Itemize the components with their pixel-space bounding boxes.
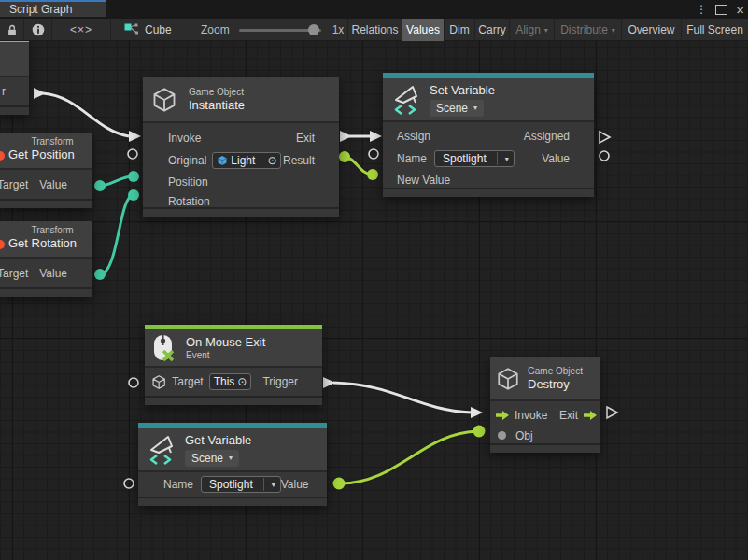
relations-button[interactable]: Relations (347, 19, 402, 41)
node-instantiate[interactable]: Game Object Instantiate Invoke Exit Orig… (143, 77, 339, 217)
close-icon[interactable]: × (736, 3, 744, 17)
flow-arrow-icon[interactable] (495, 410, 510, 421)
dropdown-arrow-icon: ▾ (612, 26, 615, 35)
node-title: Instantiate (189, 98, 245, 113)
node-footer (0, 105, 29, 115)
node-get-variable[interactable]: Get Variable Scene ▾ Name Spotlight ▾ Va… (138, 423, 327, 506)
node-destroy[interactable]: Game Object Destroy Invoke Exit Obj (490, 357, 600, 453)
node-footer (0, 199, 92, 208)
original-object-value: Light (231, 154, 255, 167)
trigger-port-label: Trigger (262, 375, 298, 388)
tab-bar: Script Graph ⋮ × (0, 0, 748, 19)
variable-scope-dropdown[interactable]: Scene ▾ (185, 450, 239, 467)
value-port-label: Value (542, 152, 570, 165)
dropdown-arrow-icon: ▾ (501, 155, 514, 163)
maximize-icon[interactable] (715, 5, 727, 15)
values-button[interactable]: Values (402, 19, 444, 41)
value-port-label: Value (39, 267, 67, 280)
node-footer (383, 188, 594, 197)
dim-button[interactable]: Dim (444, 19, 474, 41)
result-port-label: Result (283, 154, 315, 167)
zoom-label: Zoom (201, 23, 230, 36)
target-object-value: This (214, 375, 235, 388)
exit-port-label: Exit (296, 132, 315, 145)
lock-button[interactable] (0, 19, 23, 41)
node-category: Game Object (528, 366, 583, 377)
graph-canvas[interactable] (0, 0, 748, 560)
node-title: Get Position (8, 147, 75, 161)
partial-node-header (0, 42, 29, 76)
mouse-exit-icon (152, 333, 176, 363)
target-port-label: Target (0, 178, 28, 191)
carry-button[interactable]: Carry (474, 19, 509, 41)
zoom-slider-handle[interactable] (308, 24, 319, 35)
distribute-button[interactable]: Distribute ▾ (554, 19, 621, 41)
dropdown-arrow-icon: ▾ (229, 454, 233, 462)
window-menu-icon[interactable]: ⋮ (696, 4, 707, 15)
node-category: Event (186, 350, 265, 361)
variable-scope-dropdown[interactable]: Scene ▾ (430, 100, 484, 117)
fullscreen-button[interactable]: Full Screen (681, 19, 748, 41)
tab-title: Script Graph (9, 3, 72, 16)
dropdown-arrow-icon: ▾ (544, 26, 548, 35)
graph-icon (124, 22, 139, 37)
node-footer (490, 443, 600, 453)
rotation-port-label: Rotation (168, 195, 210, 208)
scope-value: Scene (436, 102, 468, 115)
value-port-label: Value (281, 478, 309, 491)
breadcrumb-graph-name: Cube (145, 23, 172, 36)
script-graph-window: r Transform Get Position Target Value Tr… (0, 0, 748, 560)
object-cube-icon (217, 155, 228, 166)
node-on-mouse-exit[interactable]: On Mouse Exit Event Target This ⊙ Trigge… (145, 325, 322, 405)
graph-breadcrumb[interactable]: Cube (124, 19, 172, 41)
position-port-label: Position (168, 175, 208, 189)
assign-port-label: Assign (397, 130, 430, 143)
node-category: Transform (0, 136, 92, 147)
name-port-label: Name (397, 152, 427, 165)
partial-port-label: r (2, 85, 6, 98)
node-footer (0, 287, 92, 297)
code-view-button[interactable]: <×> (51, 19, 110, 41)
variable-name-dropdown[interactable]: Spotlight ▾ (434, 150, 515, 167)
dropdown-arrow-icon: ▾ (473, 104, 477, 112)
graph-toolbar: <×> Cube Zoom 1x Relations Values Dim Ca… (0, 19, 748, 41)
node-get-rotation[interactable]: Transform Get Rotation Target Value (0, 221, 92, 297)
invoke-port-label: Invoke (515, 409, 547, 422)
info-button[interactable] (23, 19, 51, 41)
node-title: Get Rotation (8, 236, 77, 250)
info-icon (32, 23, 45, 36)
object-picker-icon[interactable]: ⊙ (237, 376, 247, 387)
object-picker-icon[interactable]: ⊙ (267, 155, 276, 166)
node-get-position[interactable]: Transform Get Position Target Value (0, 133, 92, 208)
node-category: Game Object (189, 87, 245, 98)
node-category: Transform (0, 225, 92, 236)
variable-name-dropdown[interactable]: Spotlight ▾ (201, 476, 281, 493)
node-set-variable[interactable]: Set Variable Scene ▾ Assign Assigned Nam… (383, 73, 594, 197)
node-title: On Mouse Exit (186, 335, 265, 350)
tab-script-graph[interactable]: Script Graph (0, 0, 106, 17)
game-object-cube-icon (496, 367, 520, 391)
flow-arrow-icon[interactable] (583, 410, 598, 421)
node-footer (145, 396, 322, 405)
overview-button[interactable]: Overview (621, 19, 681, 41)
game-object-cube-icon (151, 87, 177, 113)
variable-name-value: Spotlight (435, 152, 494, 165)
zoom-slider[interactable] (239, 29, 321, 32)
target-port-label: Target (172, 375, 203, 388)
variable-icon (392, 84, 420, 116)
node-footer (138, 497, 327, 506)
align-button[interactable]: Align ▾ (509, 19, 554, 41)
original-object-field[interactable]: Light ⊙ (212, 152, 281, 169)
game-object-cube-icon (151, 374, 166, 390)
name-port-label: Name (163, 478, 193, 491)
obj-port-dot-icon[interactable] (498, 431, 506, 440)
variable-name-value: Spotlight (202, 478, 261, 491)
lock-icon (6, 23, 19, 37)
value-port-label: Value (39, 178, 67, 191)
node-title: Destroy (528, 377, 583, 392)
node-partial-event[interactable]: r (0, 38, 29, 115)
code-icon: <×> (70, 23, 92, 36)
node-footer (143, 207, 339, 217)
target-object-field[interactable]: This ⊙ (209, 373, 252, 390)
dropdown-arrow-icon: ▾ (267, 481, 280, 489)
